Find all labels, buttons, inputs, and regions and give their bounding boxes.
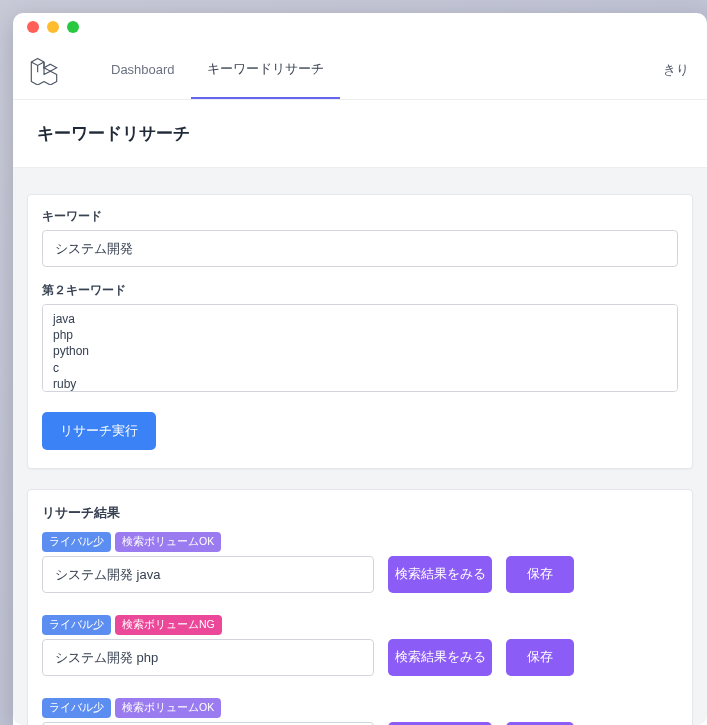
- results-card: リサーチ結果 ライバル少検索ボリュームOK検索結果をみる保存ライバル少検索ボリュ…: [27, 489, 693, 725]
- content-area: キーワード 第２キーワード リサーチ実行 リサーチ結果 ライバル少検索ボリューム…: [13, 168, 707, 725]
- volume-badge: 検索ボリュームNG: [115, 615, 222, 635]
- window-minimize-button[interactable]: [47, 21, 59, 33]
- view-results-button[interactable]: 検索結果をみる: [388, 556, 492, 593]
- research-submit-button[interactable]: リサーチ実行: [42, 412, 156, 450]
- result-row: ライバル少検索ボリュームOK検索結果をみる保存: [42, 698, 678, 725]
- window-titlebar: [13, 13, 707, 41]
- app-logo: [25, 51, 63, 89]
- volume-badge: 検索ボリュームOK: [115, 532, 221, 552]
- result-line: 検索結果をみる保存: [42, 556, 678, 593]
- result-badges: ライバル少検索ボリュームOK: [42, 532, 678, 552]
- navbar-user[interactable]: きり: [663, 61, 689, 79]
- results-list: ライバル少検索ボリュームOK検索結果をみる保存ライバル少検索ボリュームNG検索結…: [42, 532, 678, 725]
- rival-badge: ライバル少: [42, 532, 111, 552]
- nav-link-dashboard[interactable]: Dashboard: [95, 41, 191, 99]
- keyword-label: キーワード: [42, 209, 678, 224]
- second-keyword-label: 第２キーワード: [42, 283, 678, 298]
- result-badges: ライバル少検索ボリュームNG: [42, 615, 678, 635]
- result-badges: ライバル少検索ボリュームOK: [42, 698, 678, 718]
- result-line: 検索結果をみる保存: [42, 639, 678, 676]
- keyword-input[interactable]: [42, 230, 678, 267]
- result-keyword-input[interactable]: [42, 639, 374, 676]
- rival-badge: ライバル少: [42, 698, 111, 718]
- results-title: リサーチ結果: [42, 504, 678, 522]
- volume-badge: 検索ボリュームOK: [115, 698, 221, 718]
- result-row: ライバル少検索ボリュームNG検索結果をみる保存: [42, 615, 678, 676]
- page-header: キーワードリサーチ: [13, 99, 707, 168]
- second-keyword-field-group: 第２キーワード: [42, 283, 678, 396]
- page-title: キーワードリサーチ: [37, 122, 683, 145]
- laravel-logo-icon: [29, 55, 59, 85]
- result-row: ライバル少検索ボリュームOK検索結果をみる保存: [42, 532, 678, 593]
- nav-link-keyword-research[interactable]: キーワードリサーチ: [191, 41, 340, 99]
- save-button[interactable]: 保存: [506, 639, 574, 676]
- keyword-field-group: キーワード: [42, 209, 678, 267]
- navbar: Dashboard キーワードリサーチ きり: [13, 41, 707, 99]
- save-button[interactable]: 保存: [506, 556, 574, 593]
- view-results-button[interactable]: 検索結果をみる: [388, 639, 492, 676]
- nav-links: Dashboard キーワードリサーチ: [95, 41, 340, 99]
- rival-badge: ライバル少: [42, 615, 111, 635]
- window-close-button[interactable]: [27, 21, 39, 33]
- second-keyword-textarea[interactable]: [42, 304, 678, 392]
- window-zoom-button[interactable]: [67, 21, 79, 33]
- app-window: Dashboard キーワードリサーチ きり キーワードリサーチ キーワード 第…: [13, 13, 707, 725]
- result-keyword-input[interactable]: [42, 556, 374, 593]
- search-form-card: キーワード 第２キーワード リサーチ実行: [27, 194, 693, 469]
